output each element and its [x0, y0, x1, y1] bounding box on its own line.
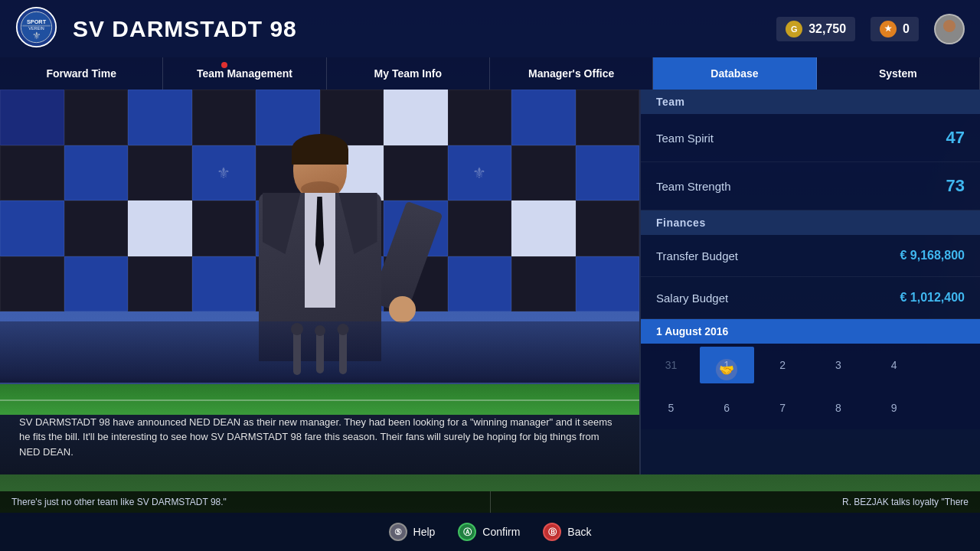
- header-right: G 32,750 ★ 0: [776, 14, 965, 44]
- back-key-icon: Ⓑ: [543, 523, 561, 541]
- ticker-right: R. BEZJAK talks loyalty "There: [491, 497, 981, 507]
- confirm-key-icon: Ⓐ: [458, 523, 476, 541]
- salary-budget-value: € 1,012,400: [900, 291, 965, 305]
- salary-budget-row: Salary Budget € 1,012,400: [641, 277, 980, 319]
- finances-section-header: Finances: [641, 210, 980, 235]
- club-name: SV DARMSTADT 98: [73, 16, 776, 42]
- tab-team-management[interactable]: Team Management: [163, 57, 326, 90]
- back-button[interactable]: Ⓑ Back: [543, 523, 591, 541]
- club-logo: SPORT VEREIN ⚜: [15, 6, 61, 52]
- help-key-icon: ⑤: [389, 523, 407, 541]
- transfer-budget-label: Transfer Budget: [656, 249, 738, 262]
- svg-point-7: [940, 34, 959, 43]
- svg-point-6: [943, 20, 956, 32]
- grass-strip: [0, 384, 639, 415]
- cal-day-empty2: [923, 390, 977, 426]
- nav-tabs: Forward Time Team Management My Team Inf…: [0, 57, 980, 90]
- team-strength-label: Team Strength: [656, 180, 731, 193]
- calendar-event-icon: 🤝: [716, 359, 737, 380]
- salary-budget-label: Salary Budget: [656, 292, 728, 305]
- star-icon: ★: [880, 21, 897, 37]
- tab-database[interactable]: Database: [653, 57, 816, 90]
- cal-day-2[interactable]: 2: [756, 347, 810, 383]
- calendar-row-1: 31 1 🤝 2 3 4: [641, 344, 980, 386]
- bottom-bar: ⑤ Help Ⓐ Confirm Ⓑ Back: [0, 513, 980, 551]
- transfer-budget-row: Transfer Budget € 9,168,800: [641, 235, 980, 277]
- help-button[interactable]: ⑤ Help: [389, 523, 436, 541]
- gold-amount: 32,750: [808, 22, 846, 36]
- team-spirit-label: Team Spirit: [656, 132, 714, 145]
- gold-icon: G: [786, 21, 802, 37]
- team-spirit-row: Team Spirit 47: [641, 114, 980, 162]
- cal-day-7[interactable]: 7: [756, 390, 810, 426]
- right-panel: Team Team Spirit 47 Team Strength 73 Fin…: [639, 90, 980, 474]
- tab-system[interactable]: System: [817, 57, 980, 90]
- transfer-budget-value: € 9,168,800: [900, 249, 965, 262]
- cal-day-5[interactable]: 5: [644, 390, 698, 426]
- calendar-row-2: 5 6 7 8 9: [641, 386, 980, 429]
- team-section-header: Team: [641, 90, 980, 114]
- cal-day-1[interactable]: 1 🤝: [700, 347, 754, 383]
- tab-my-team-info[interactable]: My Team Info: [327, 57, 490, 90]
- cal-day-empty: [923, 347, 977, 383]
- cal-day-31[interactable]: 31: [644, 347, 698, 383]
- team-strength-row: Team Strength 73: [641, 162, 980, 210]
- cal-day-3[interactable]: 3: [812, 347, 866, 383]
- news-body: SV DARMSTADT 98 have announced NED DEAN …: [19, 415, 620, 460]
- star-currency-block: ★ 0: [871, 17, 919, 41]
- team-spirit-value: 47: [946, 128, 965, 148]
- ticker-left: There's just no other team like SV DARMS…: [0, 497, 490, 507]
- calendar-header: 1 August 2016: [641, 319, 980, 344]
- cal-day-8[interactable]: 8: [812, 390, 866, 426]
- svg-text:SPORT: SPORT: [27, 18, 47, 24]
- back-label: Back: [567, 526, 591, 538]
- main-content: ⚜ ⚜: [0, 90, 980, 474]
- cal-day-6[interactable]: 6: [700, 390, 754, 426]
- star-amount: 0: [903, 22, 910, 36]
- left-panel: ⚜ ⚜: [0, 90, 639, 474]
- field-line: [0, 399, 639, 401]
- confirm-label: Confirm: [482, 526, 520, 538]
- notification-dot: [221, 62, 227, 68]
- manager-hand: [389, 296, 416, 323]
- avatar[interactable]: [934, 14, 965, 44]
- gold-currency-block: G 32,750: [776, 17, 855, 41]
- cal-day-4[interactable]: 4: [867, 347, 921, 383]
- team-strength-value: 73: [946, 176, 965, 196]
- manager-hair: [292, 134, 348, 165]
- svg-rect-5: [22, 24, 51, 26]
- confirm-button[interactable]: Ⓐ Confirm: [458, 523, 520, 541]
- cal-day-9[interactable]: 9: [867, 390, 921, 426]
- press-podium: [0, 321, 639, 383]
- tab-forward-time[interactable]: Forward Time: [0, 57, 163, 90]
- help-label: Help: [413, 526, 436, 538]
- bottom-ticker: There's just no other team like SV DARMS…: [0, 491, 980, 513]
- header-bar: SPORT VEREIN ⚜ SV DARMSTADT 98 G 32,750 …: [0, 0, 980, 57]
- tab-managers-office[interactable]: Manager's Office: [490, 57, 653, 90]
- svg-text:⚜: ⚜: [32, 30, 41, 41]
